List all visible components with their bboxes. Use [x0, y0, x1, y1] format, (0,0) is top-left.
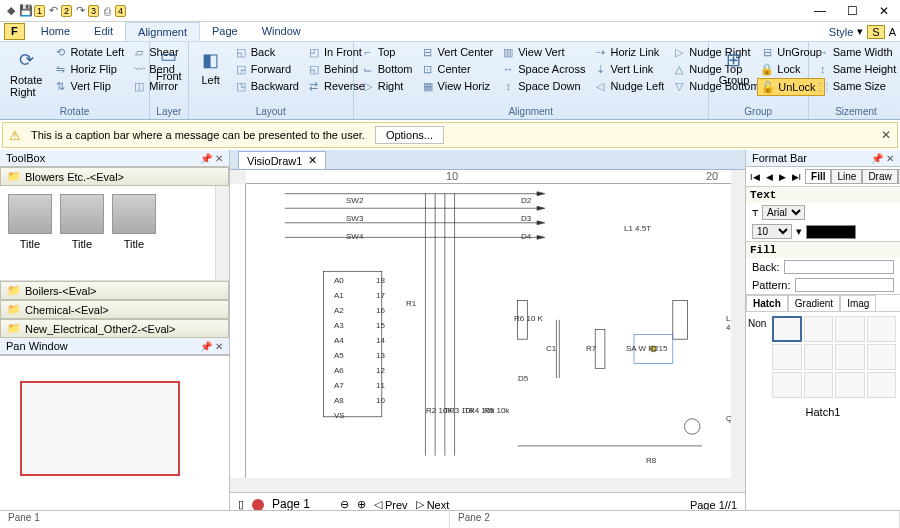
pan-window[interactable]	[0, 355, 229, 516]
shape-gallery[interactable]: Title Title Title	[0, 186, 229, 281]
back-color-input[interactable]	[784, 260, 894, 274]
label-sw3: SW3	[346, 214, 363, 223]
hatch-tab-image[interactable]: Imag	[840, 295, 876, 311]
rotate-right-button[interactable]: ⟳ Rotate Right	[4, 44, 48, 102]
nav-last-icon[interactable]: ▶I	[790, 172, 804, 182]
color-swatch[interactable]	[806, 225, 856, 239]
align-bottom-button[interactable]: ⌙Bottom	[358, 61, 416, 77]
maximize-button[interactable]: ☐	[840, 2, 864, 20]
group-group-title: Group	[713, 105, 804, 117]
group-button[interactable]: ⊞Group	[713, 44, 756, 90]
hatch-tab-hatch[interactable]: Hatch	[746, 295, 788, 311]
list-item[interactable]: Title	[60, 194, 104, 272]
vert-center-button[interactable]: ⊟Vert Center	[418, 44, 497, 60]
qat-redo-icon[interactable]: ↷	[73, 4, 87, 18]
doc-tab[interactable]: VisioDraw1 ✕	[238, 151, 326, 169]
pattern-color-input[interactable]	[795, 278, 894, 292]
hatch-cell[interactable]	[835, 372, 864, 398]
hatch-tab-gradient[interactable]: Gradient	[788, 295, 840, 311]
drawing-canvas[interactable]: SW2 SW3 SW4 D2 D3 D4 R6 10 K C1 D5 R7 SA…	[246, 184, 731, 478]
cat-electrical[interactable]: 📁New_Electrical_Other2-<Eval>	[0, 319, 229, 338]
style-code[interactable]: S	[867, 25, 884, 39]
folder-icon: 📁	[7, 322, 21, 335]
hatch-cell[interactable]	[804, 344, 833, 370]
tab-home[interactable]: Home	[29, 22, 82, 41]
ic-pin: A1	[334, 291, 344, 300]
pan-preview-rect[interactable]	[20, 381, 180, 476]
file-menu[interactable]: F	[4, 23, 25, 40]
nav-first-icon[interactable]: I◀	[748, 172, 762, 182]
hatch-cell[interactable]	[772, 372, 801, 398]
horiz-flip-button[interactable]: ⇋Horiz Flip	[50, 61, 127, 77]
back-button[interactable]: ◱Back	[231, 44, 302, 60]
hatch-cell[interactable]	[772, 316, 801, 342]
back-label: Back:	[752, 261, 780, 273]
rotate-left-button[interactable]: ⟲Rotate Left	[50, 44, 127, 60]
hatch-cell[interactable]	[867, 316, 896, 342]
cat-boilers[interactable]: 📁Boilers-<Eval>	[0, 281, 229, 300]
pin-icon[interactable]: 📌 ✕	[200, 341, 223, 352]
pin-icon[interactable]: 📌 ✕	[200, 153, 223, 164]
hatch-cell[interactable]	[772, 344, 801, 370]
list-item[interactable]: Title	[8, 194, 52, 272]
label-d3: D3	[521, 214, 531, 223]
close-icon[interactable]: ✕	[308, 154, 317, 167]
align-top-button[interactable]: ⌐Top	[358, 44, 416, 60]
same-size-button[interactable]: ⬚Same Size	[813, 78, 900, 94]
backward-button[interactable]: ◳Backward	[231, 78, 302, 94]
cat-blowers[interactable]: 📁Blowers Etc.-<Eval>	[0, 167, 229, 186]
fontsize-select[interactable]: 10	[752, 224, 792, 239]
hatch-cell[interactable]	[867, 344, 896, 370]
options-button[interactable]: Options...	[375, 126, 444, 144]
vertical-ruler[interactable]	[230, 184, 246, 478]
tab-alignment[interactable]: Alignment	[125, 22, 200, 41]
vert-link-button[interactable]: ⇣Vert Link	[590, 61, 667, 77]
view-horiz-button[interactable]: ▦View Horiz	[418, 78, 497, 94]
cat-chemical[interactable]: 📁Chemical-<Eval>	[0, 300, 229, 319]
qat-print-icon[interactable]: ⎙	[100, 4, 114, 18]
same-width-button[interactable]: ↔Same Width	[813, 44, 900, 60]
record-icon[interactable]	[252, 499, 264, 511]
pin-icon[interactable]: 📌 ✕	[871, 153, 894, 164]
space-across-button[interactable]: ↔Space Across	[498, 61, 588, 77]
minimize-button[interactable]: —	[808, 2, 832, 20]
fmt-tab-draw[interactable]: Draw	[862, 169, 897, 184]
tab-window[interactable]: Window	[250, 22, 313, 41]
vert-flip-button[interactable]: ⇅Vert Flip	[50, 78, 127, 94]
font-select[interactable]: Arial	[762, 205, 805, 220]
nav-next-icon[interactable]: ▶	[777, 172, 788, 182]
ic-pin: 14	[376, 336, 385, 345]
hatch-cell[interactable]	[804, 316, 833, 342]
hatch-cell[interactable]	[867, 372, 896, 398]
forward-button[interactable]: ◲Forward	[231, 61, 302, 77]
front-button[interactable]: ▭Front	[154, 44, 184, 82]
center-button[interactable]: ⊡Center	[418, 61, 497, 77]
scrollbar[interactable]	[215, 186, 229, 280]
horiz-link-button[interactable]: ⇢Horiz Link	[590, 44, 667, 60]
qat-save-icon[interactable]: 💾	[19, 4, 33, 18]
space-down-button[interactable]: ↕Space Down	[498, 78, 588, 94]
tab-page[interactable]: Page	[200, 22, 250, 41]
qat-undo-icon[interactable]: ↶	[46, 4, 60, 18]
layout-left-button[interactable]: ◧Left	[193, 44, 229, 90]
hatch-cell[interactable]	[835, 316, 864, 342]
hatch-cell[interactable]	[804, 372, 833, 398]
align-right-button[interactable]: ▷Right	[358, 78, 416, 94]
caption-close-button[interactable]: ✕	[881, 128, 891, 142]
close-button[interactable]: ✕	[872, 2, 896, 20]
same-height-button[interactable]: ↕Same Height	[813, 61, 900, 77]
dropdown-icon[interactable]: ▾	[796, 225, 802, 238]
view-vert-button[interactable]: ▥View Vert	[498, 44, 588, 60]
nav-prev-icon[interactable]: ◀	[764, 172, 775, 182]
tab-edit[interactable]: Edit	[82, 22, 125, 41]
horizontal-ruler[interactable]: 10 20	[246, 170, 731, 184]
format-tab-nav: I◀ ◀ ▶ ▶I Fill Line Draw S	[746, 167, 900, 187]
list-item[interactable]: Title	[112, 194, 156, 272]
fmt-tab-fill[interactable]: Fill	[805, 169, 831, 184]
nudge-left-button[interactable]: ◁Nudge Left	[590, 78, 667, 94]
hatch-cell[interactable]	[835, 344, 864, 370]
ic-pin: 12	[376, 366, 385, 375]
fmt-tab-line[interactable]: Line	[831, 169, 862, 184]
style-a-icon[interactable]: A	[889, 26, 896, 38]
style-dropdown-icon[interactable]: ▾	[857, 25, 863, 38]
